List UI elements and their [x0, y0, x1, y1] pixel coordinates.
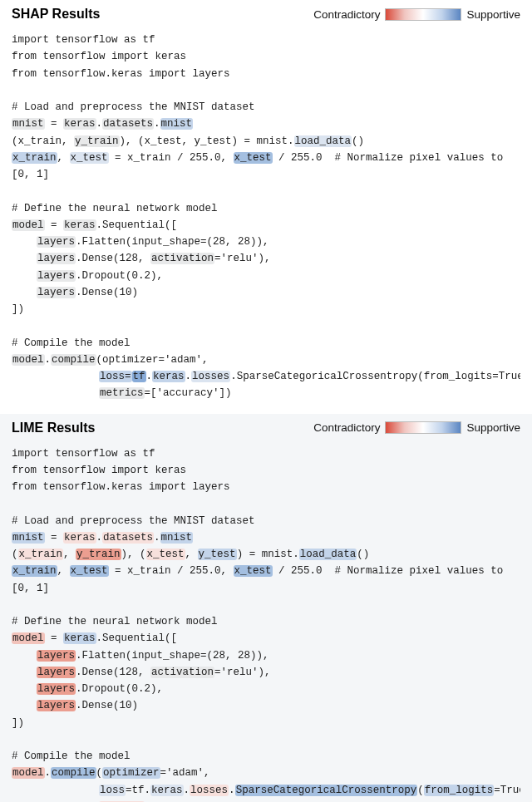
attributed-token: from_logits [424, 785, 495, 796]
code-line: metrics=['accuracy']) [12, 799, 520, 802]
attributed-token: y_test [198, 549, 237, 560]
shap-header: SHAP Results Contradictory Supportive [12, 7, 520, 22]
attributed-token: x_train [18, 549, 64, 560]
attributed-token: load_data [294, 135, 352, 147]
code-line: [0, 1] [12, 166, 520, 183]
attributed-token: keras [152, 371, 185, 382]
code-line: mnist = keras.datasets.mnist [12, 529, 520, 546]
attributed-token: compile [51, 354, 96, 366]
lime-header: LIME Results Contradictory Supportive [12, 421, 520, 435]
shap-panel: SHAP Results Contradictory Supportive im… [0, 0, 532, 414]
code-line: (x_train, y_train), (x_test, y_test) = m… [12, 546, 520, 563]
attributed-token: activation [150, 667, 214, 678]
legend-gradient [385, 421, 461, 434]
code-line: # Compile the model [12, 748, 520, 765]
code-line: model.compile(optimizer='adam', [12, 352, 520, 368]
shap-legend: Contradictory Supportive [313, 8, 520, 21]
code-line: from tensorflow import keras [12, 462, 520, 479]
attributed-token: datasets [102, 532, 154, 544]
code-line: layers.Dense(10) [12, 284, 520, 301]
attributed-token: loss [99, 785, 126, 796]
code-line [12, 317, 520, 334]
lime-legend: Contradictory Supportive [313, 421, 520, 434]
lime-code-block: import tensorflow as tffrom tensorflow i… [12, 440, 520, 803]
attributed-token: keras [63, 532, 96, 544]
code-line: model = keras.Sequential([ [12, 217, 520, 234]
attributed-token: tf [132, 371, 146, 382]
attributed-token: y_train [76, 549, 121, 560]
code-line: # Compile the model [12, 335, 520, 352]
attributed-token: x_test [70, 152, 109, 164]
code-line: # Load and preprocess the MNIST dataset [12, 99, 520, 116]
code-line: x_train, x_test = x_train / 255.0, x_tes… [12, 563, 520, 579]
code-line: metrics=['accuracy']) [12, 385, 520, 401]
attributed-token: losses [190, 785, 229, 796]
attributed-token: model [12, 767, 45, 779]
code-line [12, 82, 520, 99]
code-line: x_train, x_test = x_train / 255.0, x_tes… [12, 150, 520, 166]
code-line: import tensorflow as tf [12, 32, 520, 48]
attributed-token: x_test [234, 152, 273, 164]
code-line: layers.Dense(128, activation='relu'), [12, 250, 520, 267]
code-line: layers.Dense(10) [12, 697, 520, 714]
attributed-token: datasets [102, 118, 154, 130]
legend-gradient [385, 8, 461, 21]
attributed-token: keras [63, 219, 96, 231]
attributed-token: layers [37, 270, 76, 282]
code-line: from tensorflow import keras [12, 48, 520, 65]
attributed-token: layers [37, 236, 76, 248]
code-line: loss=tf.keras.losses.SparseCategoricalCr… [12, 782, 520, 799]
attributed-token: compile [51, 767, 96, 779]
attributed-token: model [12, 632, 45, 644]
code-line: import tensorflow as tf [12, 445, 520, 462]
code-line: layers.Flatten(input_shape=(28, 28)), [12, 647, 520, 664]
code-line: (x_train, y_train), (x_test, y_test) = m… [12, 133, 520, 150]
code-line: loss=tf.keras.losses.SparseCategoricalCr… [12, 368, 520, 385]
attributed-token: layers [37, 650, 76, 662]
code-line: mnist = keras.datasets.mnist [12, 116, 520, 132]
attributed-token: keras [63, 118, 96, 130]
lime-title: LIME Results [12, 421, 95, 435]
code-line: layers.Dropout(0.2), [12, 268, 520, 284]
attributed-token: metrics [99, 387, 145, 399]
attributed-token: losses [191, 371, 230, 382]
legend-right-label: Supportive [466, 8, 520, 21]
code-line: [0, 1] [12, 580, 520, 597]
legend-left-label: Contradictory [313, 421, 380, 434]
attributed-token: layers [37, 667, 76, 678]
attributed-token: y_train [74, 135, 120, 147]
attributed-token: layers [37, 287, 76, 298]
attributed-token: loss= [99, 371, 132, 382]
legend-left-label: Contradictory [313, 8, 380, 21]
code-line [12, 597, 520, 613]
code-line: from tensorflow.keras import layers [12, 66, 520, 82]
legend-right-label: Supportive [466, 421, 520, 434]
attributed-token: x_test [146, 549, 185, 560]
code-line: # Load and preprocess the MNIST dataset [12, 513, 520, 529]
attributed-token: x_train [12, 152, 57, 164]
attributed-token: x_test [234, 565, 273, 577]
code-line: # Define the neural network model [12, 200, 520, 217]
attributed-token: layers [37, 683, 76, 695]
attributed-token: layers [37, 700, 76, 711]
attributed-token: mnist [160, 118, 194, 130]
attributed-token: layers [37, 253, 76, 264]
code-line: layers.Dense(128, activation='relu'), [12, 664, 520, 681]
code-line: layers.Dropout(0.2), [12, 681, 520, 697]
shap-title: SHAP Results [12, 7, 100, 22]
code-line [12, 183, 520, 199]
attributed-token: mnist [12, 118, 45, 130]
attributed-token: x_test [70, 565, 109, 577]
attributed-token: model [12, 354, 45, 366]
code-line [12, 731, 520, 748]
code-line: layers.Flatten(input_shape=(28, 28)), [12, 234, 520, 250]
code-line: # Define the neural network model [12, 613, 520, 630]
attributed-token: optimizer [102, 767, 160, 779]
code-line: ]) [12, 715, 520, 731]
shap-code-block: import tensorflow as tffrom tensorflow i… [12, 27, 520, 402]
attributed-token: keras [150, 785, 184, 796]
attributed-token: x_train [12, 565, 57, 577]
code-line: model = keras.Sequential([ [12, 630, 520, 647]
attributed-token: activation [150, 253, 214, 264]
attributed-token: mnist [12, 532, 45, 544]
